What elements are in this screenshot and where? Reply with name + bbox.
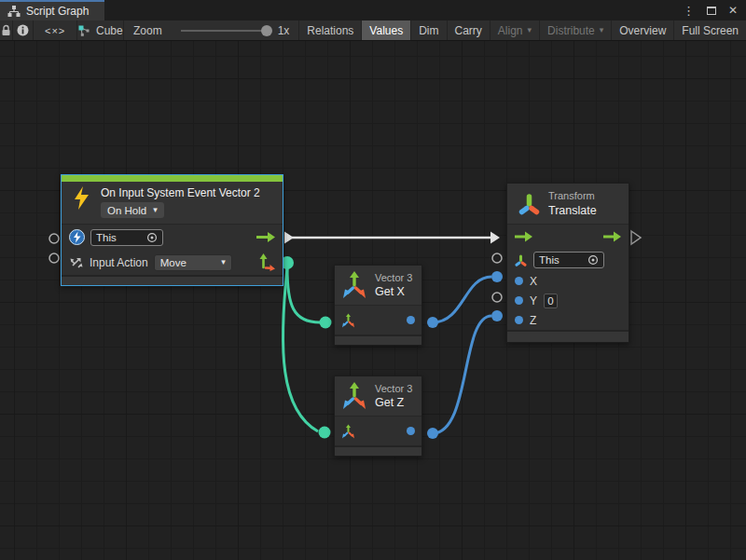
graph-toolbar: <×> Cube Zoom 1x Relations Values Dim Ca… [0,20,746,41]
translate-title: Translate [548,204,597,218]
distribute-dropdown-icon: ▾ [600,26,604,34]
transform-mini-icon [515,253,527,267]
port-translate-target-input[interactable] [492,253,502,263]
zoom-control: Zoom 1x [124,20,299,40]
getz-footer [335,445,421,456]
info-icon [17,24,29,36]
wire-getx-to-translate-x[interactable] [433,277,491,322]
close-icon[interactable]: ✕ [728,5,738,16]
window-controls: ⋮ ✕ [683,0,746,20]
fullscreen-button[interactable]: Full Screen [674,20,746,40]
vector3-input-icon[interactable] [341,424,355,439]
tab-title: Script Graph [26,5,89,18]
tab-script-graph[interactable]: Script Graph [0,0,104,20]
flow-output-arrow-icon[interactable] [603,231,621,242]
wire-event-to-getx[interactable] [287,267,320,322]
overview-button[interactable]: Overview [612,20,674,40]
getx-category: Vector 3 [375,272,412,284]
this-event-icon [69,229,85,245]
flow-output-arrow-icon[interactable] [256,231,275,243]
port-event-target-input[interactable] [49,234,59,243]
lightning-bolt-icon [73,186,90,210]
event-node-footer [62,275,283,285]
zoom-label: Zoom [133,24,162,37]
window-menu-icon[interactable]: ⋮ [683,5,695,17]
relations-button[interactable]: Relations [299,20,362,40]
port-translate-y-input[interactable] [492,293,502,302]
translate-y-value-field[interactable]: 0 [544,294,558,308]
port-translate-flow-output[interactable] [631,231,641,244]
distribute-button[interactable]: Distribute ▾ [540,20,612,40]
getz-output-port[interactable] [407,427,415,435]
graph-asset-icon [77,24,90,37]
align-button[interactable]: Align ▾ [490,20,540,40]
port-translate-x-endpoint[interactable] [491,271,503,282]
dropdown-arrow-icon: ▾ [153,206,158,214]
getz-title: Get Z [375,396,412,410]
translate-y-port[interactable] [515,296,523,305]
align-dropdown-icon: ▾ [528,26,532,34]
translate-footer [507,330,629,342]
translate-target-row: This [507,249,629,271]
event-target-row: This [62,225,283,250]
maximize-icon[interactable] [707,7,716,15]
translate-z-port[interactable] [515,316,523,324]
translate-x-label: X [530,275,537,288]
wire-getz-to-translate-z[interactable] [433,316,491,433]
port-getz-output-endpoint[interactable] [427,428,438,439]
dim-button[interactable]: Dim [411,20,447,40]
vector2-output-icon[interactable] [259,253,275,271]
node-get-x[interactable]: Vector 3 Get X [334,265,422,346]
event-node-header: On Input System Event Vector 2 On Hold ▾ [62,182,283,225]
port-getx-output-endpoint[interactable] [427,317,438,328]
getx-output-port[interactable] [407,316,415,324]
port-getz-input-endpoint[interactable] [319,427,331,439]
dropdown-arrow-icon: ▾ [221,258,226,266]
values-button[interactable]: Values [362,20,411,40]
translate-target-field[interactable]: This [533,252,604,268]
flow-input-arrow-icon[interactable] [515,231,532,242]
port-translate-z-endpoint[interactable] [491,310,503,321]
node-on-input-system-event[interactable]: On Input System Event Vector 2 On Hold ▾… [61,174,283,286]
event-mode-dropdown[interactable]: On Hold ▾ [101,202,164,218]
zoom-slider[interactable] [181,30,270,32]
lock-icon [1,24,11,36]
translate-x-port[interactable] [515,277,523,285]
node-get-z[interactable]: Vector 3 Get Z [334,376,422,457]
input-action-label: Input Action [90,256,148,269]
getx-header: Vector 3 Get X [335,266,421,306]
translate-z-label: Z [530,314,536,327]
zoom-value: 1x [278,24,290,37]
getx-title: Get X [375,285,412,299]
transform-icon [518,192,540,217]
target-picker-icon[interactable] [587,254,599,266]
code-icon: <×> [45,25,65,36]
translate-y-label: Y [530,294,537,307]
info-button[interactable] [13,20,34,40]
carry-button[interactable]: Carry [448,20,490,40]
getz-body [335,417,421,445]
event-target-field[interactable]: This [90,229,163,246]
input-action-dropdown[interactable]: Move ▾ [154,254,232,271]
graph-canvas[interactable]: On Input System Event Vector 2 On Hold ▾… [0,41,746,560]
input-action-icon [69,255,84,270]
port-event-action-input[interactable] [49,253,59,263]
translate-category: Transform [548,190,597,202]
target-picker-icon[interactable] [146,232,158,243]
graph-target-button[interactable]: Cube [77,20,124,40]
code-view-button[interactable]: <×> [34,20,76,40]
event-action-row: Input Action Move ▾ [62,250,283,275]
zoom-slider-knob[interactable] [261,25,272,36]
port-getx-input-endpoint[interactable] [320,317,332,329]
getz-category: Vector 3 [375,383,412,395]
graph-target-label: Cube [96,24,123,37]
vector3-input-icon[interactable] [341,313,355,328]
translate-z-row: Z [507,310,629,330]
node-translate[interactable]: Transform Translate [506,183,629,343]
getz-header: Vector 3 Get Z [335,376,421,417]
script-graph-window: Script Graph ⋮ ✕ <×> [0,0,746,560]
translate-x-row: X [507,271,629,291]
getx-body [335,306,421,335]
translate-y-row: Y 0 [507,291,629,310]
lock-button[interactable] [0,20,13,40]
